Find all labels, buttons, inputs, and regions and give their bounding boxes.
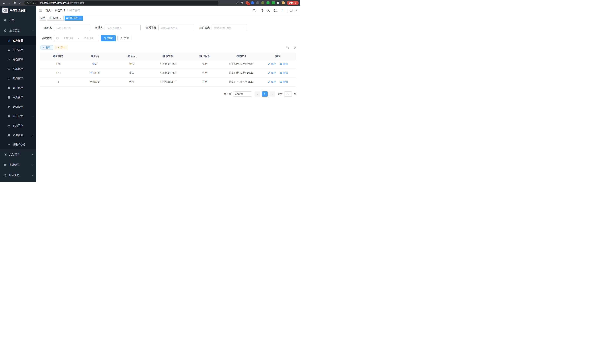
tab-tenant[interactable]: 租户管理 ×: [65, 16, 83, 21]
bookmark-star-icon[interactable]: [241, 1, 244, 4]
col-tenant-name: 租户名: [77, 53, 113, 60]
browser-reload-button[interactable]: ↻: [12, 0, 17, 5]
people-icon: [8, 39, 10, 42]
sidebar-item-online-user[interactable]: 在线用户: [0, 121, 36, 131]
table-row: 1 芋道源码 芋艿 17321315478 开启 2021-01-05 17:0…: [40, 78, 296, 86]
sidebar-item-devtools[interactable]: 研发工具: [0, 170, 36, 180]
sidebar-item-infra[interactable]: 基础设施: [0, 160, 36, 170]
extensions-puzzle-icon[interactable]: [277, 1, 280, 4]
briefcase-icon: [8, 86, 10, 89]
status-select[interactable]: 请选择租户状态: [212, 25, 247, 31]
tenant-name-input[interactable]: [54, 25, 90, 31]
search-icon[interactable]: [253, 9, 256, 12]
page-size-select[interactable]: 10条/页: [233, 92, 252, 97]
sidebar-item-label: 岗位管理: [13, 86, 33, 90]
edit-icon: [268, 72, 270, 74]
extension-icon[interactable]: [251, 1, 254, 4]
close-icon[interactable]: ×: [59, 17, 62, 19]
sidebar-item-error-code[interactable]: 错误码管理: [0, 140, 36, 149]
edit-button[interactable]: 修改: [268, 63, 276, 66]
sidebar-item-tenant[interactable]: 租户管理: [0, 36, 36, 45]
prev-page-button[interactable]: ‹: [254, 92, 260, 97]
export-button[interactable]: 导出: [55, 45, 68, 50]
select-placeholder: 请选择租户状态: [214, 26, 243, 29]
edit-label: 修改: [271, 63, 276, 66]
chevron-down-icon: [243, 27, 245, 29]
search-button[interactable]: 搜索: [101, 35, 116, 41]
help-icon[interactable]: ?: [267, 9, 270, 12]
extension-icon[interactable]: [261, 1, 264, 4]
user-icon: [8, 49, 10, 51]
cell-actions: 修改 删除: [260, 60, 296, 69]
phone-input[interactable]: [159, 25, 194, 31]
fullscreen-icon[interactable]: [274, 9, 277, 12]
sidebar-item-sms[interactable]: 短信管理: [0, 131, 36, 140]
close-icon[interactable]: ×: [79, 17, 81, 19]
breadcrumb-home[interactable]: 首页: [46, 9, 51, 12]
goto-page-input[interactable]: [284, 92, 292, 97]
date-start-placeholder: 开始日期: [60, 37, 77, 40]
sidebar-item-user[interactable]: 用户管理: [0, 45, 36, 55]
contact-input[interactable]: [105, 25, 141, 31]
cell-created: 2021-12-14 21:02:09: [223, 60, 260, 69]
cell-status: 关闭: [187, 60, 223, 69]
sidebar-item-dept[interactable]: 部门管理: [0, 74, 36, 83]
sidebar-item-label: 首页: [9, 19, 33, 22]
toggle-search-icon[interactable]: [286, 46, 289, 49]
sidebar-item-post[interactable]: 岗位管理: [0, 83, 36, 93]
sidebar-item-system[interactable]: 系统管理: [0, 25, 36, 36]
tab-dept[interactable]: 部门管理 ×: [48, 16, 64, 21]
security-status[interactable]: 不安全: [27, 1, 37, 4]
cell-tenant-id: 1: [40, 78, 77, 86]
delete-button[interactable]: 删除: [280, 63, 288, 66]
extension-icon[interactable]: 10: [246, 1, 249, 4]
extension-icon[interactable]: [266, 1, 270, 4]
refresh-icon[interactable]: [293, 46, 296, 49]
user-avatar-menu[interactable]: ▾: [287, 7, 297, 13]
next-page-button[interactable]: ›: [269, 92, 275, 97]
sidebar-item-role[interactable]: 角色管理: [0, 55, 36, 64]
breadcrumb-system[interactable]: 系统管理: [55, 9, 65, 12]
page-number-button[interactable]: 1: [262, 92, 268, 97]
chevron-down-icon: [31, 164, 33, 166]
trash-icon: [280, 63, 282, 65]
sidebar-item-pay[interactable]: 支付管理: [0, 149, 36, 160]
app-frame: 芋道管理系统 首页 系统管理 租户管理 用户管理: [0, 6, 300, 182]
browser-home-button[interactable]: ⌂: [18, 0, 23, 5]
sidebar-item-dict[interactable]: 字典管理: [0, 93, 36, 102]
date-separator: -: [78, 37, 79, 40]
github-icon[interactable]: [260, 9, 263, 12]
cell-tenant-name: 测试: [77, 60, 113, 69]
extension-icon[interactable]: [272, 1, 275, 4]
sidebar-item-menu[interactable]: 菜单管理: [0, 64, 36, 74]
browser-profile-avatar[interactable]: [282, 1, 285, 4]
tab-home[interactable]: 首页: [39, 16, 47, 21]
signal-icon: [8, 124, 10, 127]
reset-button[interactable]: 重置: [117, 35, 132, 41]
edit-icon: [268, 81, 270, 83]
browser-back-button[interactable]: ←: [1, 0, 7, 5]
sidebar-toggle-icon[interactable]: [39, 9, 42, 12]
add-button[interactable]: 新增: [40, 45, 53, 50]
delete-button[interactable]: 删除: [280, 80, 288, 84]
font-size-icon[interactable]: T: [281, 9, 283, 12]
edit-button[interactable]: 修改: [268, 71, 276, 75]
date-range-picker[interactable]: 开始日期 - 结束日期: [54, 35, 99, 41]
delete-button[interactable]: 删除: [280, 71, 288, 75]
sidebar-item-notice[interactable]: 通知公告: [0, 102, 36, 112]
url-text: dashboard.yudao.iocoder.cn/system/tenant: [40, 2, 84, 4]
sidebar-item-audit-log[interactable]: 审计日志: [0, 112, 36, 121]
cell-contact: 测试: [113, 60, 150, 69]
filter-row-1: 租户名 联系人 联系手机 租户状态 请选择租户状态: [40, 25, 296, 31]
delete-label: 删除: [283, 71, 288, 75]
extension-icon[interactable]: [256, 1, 259, 4]
address-bar[interactable]: 不安全 dashboard.yudao.iocoder.cn/system/te…: [25, 1, 218, 5]
sidebar-item-home[interactable]: 首页: [0, 15, 36, 25]
update-label: 更新: [289, 1, 293, 4]
chrome-update-button[interactable]: 更新 ⋮: [287, 1, 299, 5]
edit-button[interactable]: 修改: [268, 80, 276, 84]
browser-forward-button[interactable]: →: [7, 0, 12, 5]
sidebar-logo[interactable]: 芋道管理系统: [0, 6, 36, 15]
share-icon[interactable]: [236, 1, 239, 4]
filter-create-time: 创建时间 开始日期 - 结束日期: [40, 35, 99, 41]
